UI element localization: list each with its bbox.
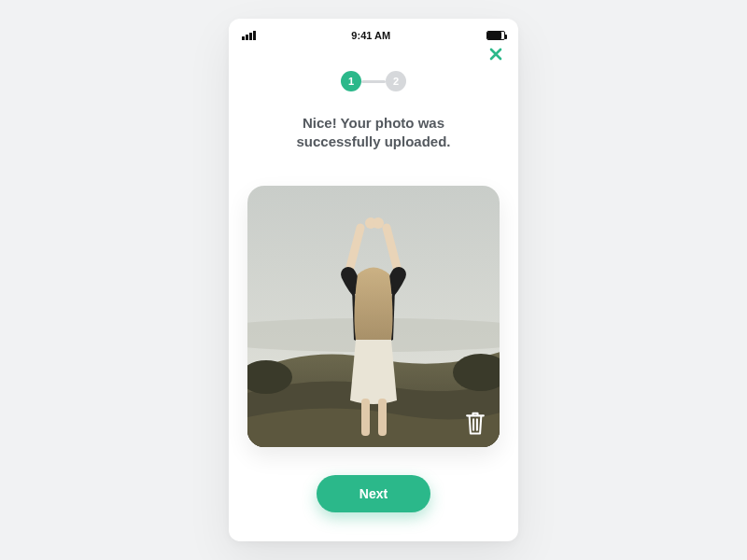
- message-line-1: Nice! Your photo was: [266, 114, 481, 133]
- signal-icon: [242, 31, 256, 40]
- phone-frame: 9:41 AM 1 2 Nice! Your photo was success…: [229, 19, 518, 541]
- photo-illustration: [247, 186, 500, 447]
- upload-success-message: Nice! Your photo was successfully upload…: [229, 114, 518, 152]
- trash-icon: [462, 410, 488, 436]
- message-line-2: successfully uploaded.: [266, 133, 481, 151]
- status-time: 9:41 AM: [256, 30, 487, 41]
- step-2: 2: [386, 71, 406, 91]
- uploaded-photo: [247, 186, 500, 447]
- step-1: 1: [341, 71, 361, 91]
- next-button[interactable]: Next: [317, 475, 430, 512]
- status-bar: 9:41 AM: [229, 19, 518, 45]
- close-icon: [489, 48, 502, 61]
- close-button[interactable]: [486, 45, 505, 63]
- battery-icon: [486, 31, 505, 40]
- svg-rect-8: [361, 399, 370, 436]
- step-connector: [361, 80, 386, 83]
- svg-point-5: [373, 217, 384, 229]
- svg-rect-9: [378, 399, 387, 436]
- delete-photo-button[interactable]: [462, 410, 488, 436]
- stepper: 1 2: [229, 69, 518, 93]
